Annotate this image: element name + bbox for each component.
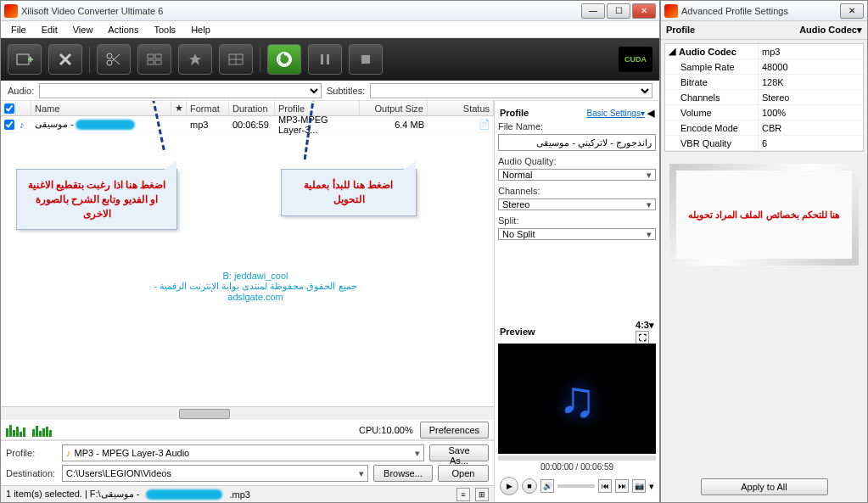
profile-combo[interactable]: ♪MP3 - MPEG Layer-3 Audio	[62, 444, 424, 461]
split-combo[interactable]: No Split	[498, 228, 656, 240]
prop-row[interactable]: Sample Rate48000	[665, 59, 863, 75]
svg-rect-6	[155, 60, 161, 64]
clip-button[interactable]	[97, 44, 131, 75]
prop-row[interactable]: Bitrate128K	[665, 75, 863, 90]
menu-edit[interactable]: Edit	[35, 23, 64, 36]
music-note-icon: ♫	[558, 370, 596, 428]
row-status-icon: 📄	[479, 119, 490, 130]
destination-label: Destination:	[6, 468, 57, 478]
col-format[interactable]: Format	[187, 101, 229, 115]
save-as-button[interactable]: Save As...	[429, 444, 489, 461]
split-label: Split:	[498, 215, 656, 226]
icon-col[interactable]	[16, 101, 31, 115]
audio-subtitle-bar: Audio: Subtitles:	[1, 81, 659, 101]
app-icon	[4, 4, 18, 18]
audio-quality-label: Audio Quality:	[498, 156, 656, 166]
aspect-ratio[interactable]: 4:3▾	[636, 320, 654, 330]
remove-button[interactable]	[48, 44, 82, 75]
annotation-clip: اضغط هنا اذا رغبت بتقطيع الاغنية او الفد…	[16, 169, 177, 230]
seek-bar[interactable]	[498, 455, 656, 461]
svg-rect-4	[155, 54, 161, 59]
menu-tools[interactable]: Tools	[147, 23, 182, 36]
col-star[interactable]: ★	[171, 101, 187, 115]
prop-row[interactable]: VBR Quality6	[665, 136, 863, 151]
subtitles-label: Subtitles:	[327, 86, 365, 96]
profile-label: Profile:	[6, 448, 57, 458]
play-button[interactable]: ▶	[500, 477, 518, 495]
play-controls: ▶ ■ 🔊 ⏮ ⏭ 📷 ▾	[498, 473, 656, 499]
prop-row[interactable]: ◢Audio Codecmp3	[665, 44, 863, 59]
stop-button[interactable]	[349, 44, 383, 75]
svg-rect-11	[361, 55, 370, 64]
aux-profile-header: Profile	[666, 25, 695, 36]
file-row[interactable]: ♪ - موسيقى mp3 00:06:59 MP3-MPEG Layer-3…	[1, 116, 494, 133]
select-all-checkbox[interactable]	[4, 103, 14, 114]
snapshot-icon[interactable]: 📷	[632, 479, 646, 493]
status-icon-1[interactable]: ≡	[456, 488, 470, 501]
prop-row[interactable]: Volume100%	[665, 105, 863, 120]
audio-select[interactable]	[39, 83, 322, 98]
preferences-button[interactable]: Preferences	[420, 422, 489, 439]
fullscreen-icon[interactable]: ⛶	[636, 331, 649, 344]
col-duration[interactable]: Duration	[229, 101, 275, 115]
aux-app-icon	[664, 4, 678, 18]
effect-button[interactable]	[178, 44, 212, 75]
expand-panel-icon[interactable]: ◀	[647, 108, 654, 118]
prop-row[interactable]: Encode ModeCBR	[665, 120, 863, 136]
edit-button[interactable]	[137, 44, 171, 75]
row-profile: MP3-MPEG Layer-3...	[275, 115, 360, 135]
redacted-text	[76, 120, 135, 130]
row-checkbox[interactable]	[4, 120, 14, 130]
snapshot-dropdown-icon[interactable]: ▾	[649, 481, 654, 492]
file-list-header: Name ★ Format Duration Profile Output Si…	[1, 101, 494, 116]
volume-icon[interactable]: 🔊	[540, 479, 554, 493]
profile-header: Profile	[500, 108, 529, 118]
channels-combo[interactable]: Stereo	[498, 198, 656, 210]
statusbar: 1 item(s) selected. | F:\موسيقى - .mp3 ≡…	[1, 485, 494, 502]
timecode: 00:00:00 / 00:06:59	[498, 461, 656, 473]
convert-button[interactable]	[267, 44, 301, 75]
menu-actions[interactable]: Actions	[101, 23, 145, 36]
menu-help[interactable]: Help	[184, 23, 217, 36]
property-grid: ◢Audio Codecmp3 Sample Rate48000 Bitrate…	[664, 43, 864, 152]
prev-frame-icon[interactable]: ⏮	[598, 479, 612, 493]
horizontal-scrollbar[interactable]	[1, 406, 494, 420]
right-panel: Profile Basic Settings▾ ◀ File Name: Aud…	[494, 101, 659, 502]
col-output-size[interactable]: Output Size	[360, 101, 428, 115]
apply-to-all-button[interactable]: Apply to All	[701, 478, 828, 495]
menu-file[interactable]: File	[4, 23, 33, 36]
row-format: mp3	[187, 120, 229, 130]
merge-button[interactable]	[219, 44, 253, 75]
open-button[interactable]: Open	[438, 465, 489, 482]
col-profile[interactable]: Profile	[275, 101, 360, 115]
close-button[interactable]: ✕	[632, 3, 656, 19]
credit-author: B: jeddawi_cool	[128, 271, 383, 281]
subtitles-select[interactable]	[370, 83, 652, 98]
file-name-label: File Name:	[498, 121, 656, 131]
file-name-input[interactable]	[498, 134, 656, 151]
pause-button[interactable]	[308, 44, 342, 75]
minimize-button[interactable]: —	[581, 3, 605, 19]
aux-audio-codec-header[interactable]: Audio Codec▾	[799, 25, 862, 36]
status-icon-2[interactable]: ⊞	[475, 488, 489, 501]
aux-titlebar: Advanced Profile Settings ✕	[661, 1, 867, 21]
audio-quality-combo[interactable]: Normal	[498, 169, 656, 181]
next-frame-icon[interactable]: ⏭	[615, 479, 629, 493]
stop-preview-button[interactable]: ■	[522, 478, 537, 494]
add-file-button[interactable]	[8, 44, 42, 75]
col-name[interactable]: Name	[31, 101, 171, 115]
prop-row[interactable]: ChannelsStereo	[665, 90, 863, 105]
status-text: 1 item(s) selected. | F:\موسيقى -	[6, 489, 139, 500]
destination-combo[interactable]: C:\Users\LEGION\Videos	[62, 465, 368, 482]
browse-button[interactable]: Browse...	[373, 465, 433, 482]
basic-settings-link[interactable]: Basic Settings▾	[587, 109, 645, 118]
col-status[interactable]: Status	[428, 101, 494, 115]
advanced-profile-window: Advanced Profile Settings ✕ Profile Audi…	[660, 0, 868, 503]
toolbar: CUDA	[1, 38, 659, 81]
menu-view[interactable]: View	[66, 23, 100, 36]
aux-close-button[interactable]: ✕	[840, 3, 864, 19]
svg-point-1	[107, 53, 112, 59]
maximize-button[interactable]: ☐	[607, 3, 630, 19]
volume-slider[interactable]	[557, 484, 595, 488]
svg-point-2	[107, 60, 112, 65]
